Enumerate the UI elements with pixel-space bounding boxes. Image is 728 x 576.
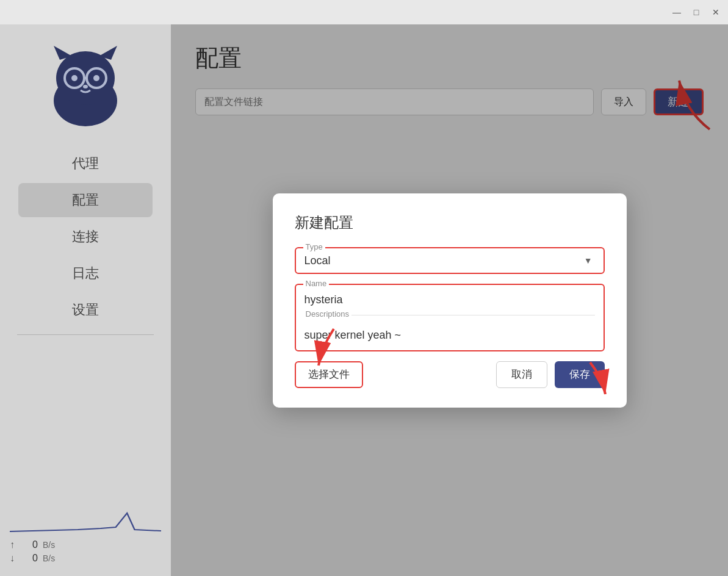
dialog-title: 新建配置 — [295, 213, 605, 232]
download-arrow-icon: ↓ — [10, 553, 15, 564]
nav-items: 代理 配置 连接 日志 设置 — [0, 146, 171, 327]
sidebar-item-connections[interactable]: 连接 — [18, 220, 153, 254]
minimize-button[interactable]: — — [672, 7, 682, 17]
sidebar-item-config[interactable]: 配置 — [18, 183, 153, 217]
type-select-wrapper: Local Remote ▼ — [305, 254, 595, 267]
name-input[interactable] — [305, 291, 595, 309]
traffic-chart — [10, 504, 161, 535]
download-row: ↓ 0 B/s — [10, 553, 161, 564]
cancel-button[interactable]: 取消 — [496, 361, 547, 388]
name-field-label: Name — [303, 279, 330, 288]
download-value: 0 — [20, 553, 38, 564]
sidebar-item-proxy[interactable]: 代理 — [18, 146, 153, 181]
nav-divider — [17, 334, 154, 335]
type-field-group: Type Local Remote ▼ — [295, 247, 605, 274]
traffic-stats: ↑ 0 B/s ↓ 0 B/s — [0, 494, 171, 576]
upload-arrow-icon: ↑ — [10, 539, 15, 550]
upload-value: 0 — [20, 539, 38, 550]
svg-point-8 — [93, 75, 99, 81]
svg-point-7 — [71, 75, 77, 81]
arrow-to-select-file — [309, 323, 352, 374]
svg-point-9 — [83, 85, 88, 88]
sidebar-item-log[interactable]: 日志 — [18, 256, 153, 290]
dialog-overlay: 新建配置 Type Local Remote ▼ — [171, 24, 728, 576]
upload-unit: B/s — [43, 540, 55, 550]
title-bar: — □ ✕ — [0, 0, 728, 24]
content-area: 配置 导入 新建 新建配 — [171, 24, 728, 576]
app-window: — □ ✕ — [0, 0, 728, 576]
download-unit: B/s — [43, 553, 55, 563]
descriptions-field-label: Descriptions — [303, 309, 352, 319]
sidebar: 代理 配置 连接 日志 设置 — [0, 24, 171, 576]
sidebar-item-settings[interactable]: 设置 — [18, 293, 153, 327]
logo-area — [37, 37, 134, 134]
maximize-button[interactable]: □ — [691, 7, 701, 17]
type-field-label: Type — [303, 242, 325, 251]
upload-row: ↑ 0 B/s — [10, 539, 161, 550]
type-select[interactable]: Local Remote — [305, 254, 595, 267]
close-button[interactable]: ✕ — [711, 7, 721, 17]
new-config-dialog: 新建配置 Type Local Remote ▼ — [273, 193, 627, 408]
arrow-to-save — [572, 356, 614, 401]
